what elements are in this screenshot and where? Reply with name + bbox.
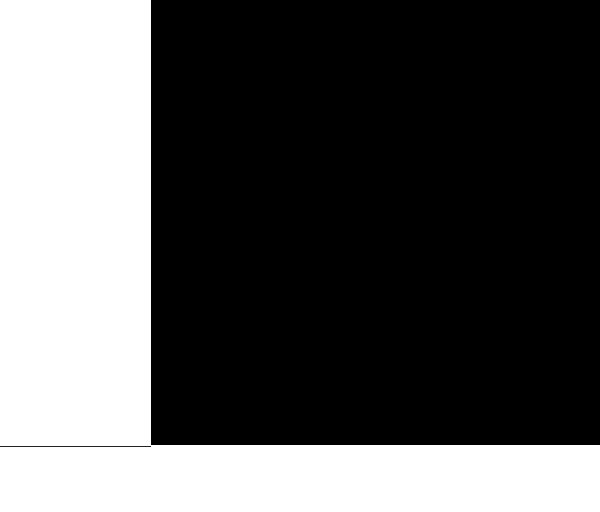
metadata-panel — [0, 0, 151, 447]
smm-coronagraph-viewer: { "window": {"background": "#ffffff", "w… — [0, 0, 600, 512]
coronagraph-image-canvas[interactable] — [151, 0, 600, 445]
